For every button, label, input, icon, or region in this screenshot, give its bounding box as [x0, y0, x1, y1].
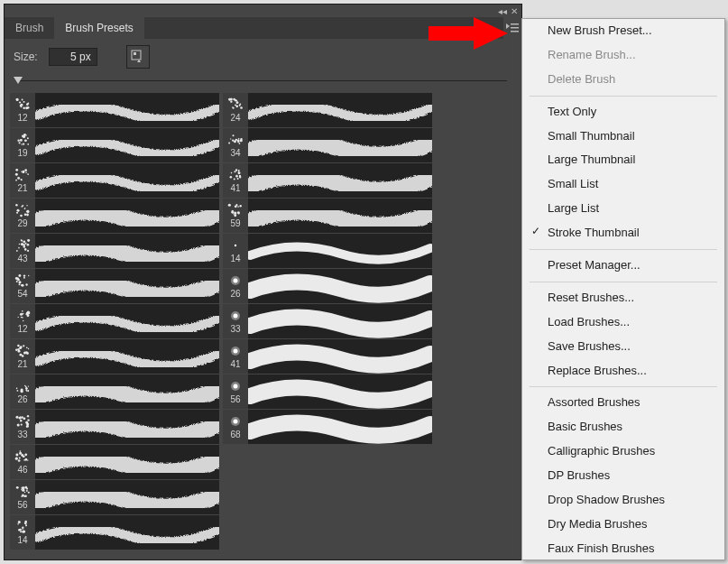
menu-item[interactable]: Large List — [522, 197, 724, 221]
brush-preset-row[interactable]: 68 — [223, 410, 432, 444]
svg-point-101 — [22, 310, 23, 312]
tab-brush[interactable]: Brush — [5, 17, 54, 39]
brush-thumb: 29 — [10, 203, 35, 228]
brush-size-label: 14 — [230, 254, 240, 264]
svg-point-68 — [18, 247, 20, 249]
svg-point-20 — [20, 139, 23, 142]
brush-size-label: 29 — [17, 218, 27, 228]
brush-preset-row[interactable]: 26 — [223, 269, 432, 303]
brush-tip-icon — [14, 379, 31, 393]
svg-point-201 — [239, 143, 241, 144]
brush-preset-row[interactable]: 21 — [10, 339, 219, 374]
brush-size-label: 34 — [230, 148, 240, 158]
brush-thumb: 21 — [10, 168, 35, 193]
brush-preset-row[interactable]: 21 — [10, 163, 219, 198]
menu-item[interactable]: Dry Media Brushes — [522, 513, 724, 537]
brush-size-label: 46 — [17, 465, 27, 475]
menu-item[interactable]: Small Thumbnail — [522, 125, 724, 149]
brush-tip-icon — [227, 379, 244, 393]
size-input[interactable]: 5 px — [49, 48, 97, 66]
brush-preset-row[interactable]: 12 — [10, 93, 219, 127]
svg-point-152 — [23, 456, 24, 458]
brush-thumb: 56 — [10, 485, 35, 510]
menu-item[interactable]: New Brush Preset... — [522, 19, 724, 43]
brush-preset-row[interactable]: 46 — [10, 445, 219, 479]
brush-preset-row[interactable]: 56 — [10, 480, 219, 514]
svg-point-63 — [24, 248, 27, 251]
menu-item[interactable]: Faux Finish Brushes — [522, 537, 724, 560]
menu-item[interactable]: Load Brushes... — [522, 310, 724, 335]
menu-item[interactable]: DP Brushes — [522, 464, 724, 488]
svg-point-72 — [23, 240, 25, 243]
svg-rect-0 — [511, 23, 519, 25]
brush-tip-icon — [14, 133, 31, 147]
brush-preset-row[interactable]: 33 — [223, 304, 432, 338]
svg-point-243 — [235, 245, 236, 246]
svg-point-190 — [235, 106, 238, 108]
menu-item[interactable]: Large Thumbnail — [522, 148, 724, 172]
red-arrow-annotation — [429, 17, 508, 52]
size-slider[interactable] — [14, 75, 512, 86]
svg-point-146 — [24, 453, 27, 456]
tab-brush-presets[interactable]: Brush Presets — [54, 17, 143, 39]
svg-point-53 — [17, 210, 19, 212]
svg-point-105 — [15, 348, 17, 350]
brush-preset-row[interactable]: 59 — [223, 199, 432, 233]
svg-point-87 — [19, 283, 21, 285]
brush-preset-row[interactable]: 12 — [10, 304, 219, 338]
svg-point-150 — [27, 459, 28, 460]
brush-preset-row[interactable]: 14 — [223, 234, 432, 268]
svg-point-171 — [26, 490, 28, 492]
brush-preset-row[interactable]: 29 — [10, 199, 219, 233]
menu-item[interactable]: Basic Brushes — [522, 415, 724, 439]
menu-item[interactable]: Calligraphic Brushes — [522, 439, 724, 464]
svg-point-175 — [20, 531, 22, 532]
brush-preset-row[interactable]: 14 — [10, 515, 219, 550]
menu-item[interactable]: Stroke Thumbnail — [522, 221, 724, 245]
menu-item[interactable]: Replace Brushes... — [522, 359, 724, 384]
menu-item[interactable]: Reset Brushes... — [522, 286, 724, 310]
svg-point-189 — [240, 106, 243, 109]
menu-item[interactable]: Save Brushes... — [522, 335, 724, 359]
menu-item[interactable]: Assorted Brushes — [522, 391, 724, 415]
brush-preset-row[interactable]: 43 — [10, 234, 219, 268]
brush-preset-row[interactable]: 54 — [10, 269, 219, 303]
svg-point-27 — [21, 143, 23, 145]
brush-stroke-preview — [248, 304, 432, 338]
menu-item[interactable]: Text Only — [522, 100, 724, 125]
svg-point-28 — [23, 143, 24, 145]
svg-point-144 — [21, 423, 23, 425]
svg-point-141 — [23, 417, 25, 420]
panel-titlebar: ◂◂ ✕ — [5, 5, 521, 17]
brush-preset-row[interactable]: 33 — [10, 410, 219, 444]
brush-thumb: 41 — [223, 344, 248, 369]
toggle-preview-button[interactable] — [126, 45, 150, 69]
brush-size-label: 26 — [230, 289, 240, 299]
brush-preset-row[interactable]: 41 — [223, 163, 432, 198]
menu-item[interactable]: Small List — [522, 172, 724, 197]
collapse-icon[interactable]: ◂◂ — [498, 6, 507, 16]
slider-thumb[interactable] — [14, 77, 23, 84]
brush-preset-row[interactable]: 24 — [223, 93, 432, 127]
svg-point-31 — [24, 139, 26, 141]
svg-point-86 — [17, 279, 20, 282]
brush-preset-row[interactable]: 56 — [223, 374, 432, 409]
svg-point-251 — [234, 384, 238, 389]
svg-point-212 — [238, 138, 240, 140]
menu-item[interactable]: Drop Shadow Brushes — [522, 488, 724, 513]
brush-preset-row[interactable]: 19 — [10, 128, 219, 162]
svg-point-74 — [21, 240, 23, 242]
brush-preset-row[interactable]: 26 — [10, 374, 219, 409]
svg-point-14 — [22, 99, 23, 101]
svg-point-131 — [21, 416, 23, 419]
close-icon[interactable]: ✕ — [511, 6, 518, 16]
svg-point-48 — [26, 214, 29, 217]
brush-preset-row[interactable]: 34 — [223, 128, 432, 162]
menu-item[interactable]: Preset Manager... — [522, 254, 724, 278]
brush-tip-icon — [14, 238, 31, 253]
svg-point-22 — [27, 143, 29, 145]
brush-preset-row[interactable]: 41 — [223, 339, 432, 374]
menu-separator — [530, 282, 717, 282]
menu-separator — [530, 249, 717, 250]
svg-point-181 — [24, 521, 27, 523]
